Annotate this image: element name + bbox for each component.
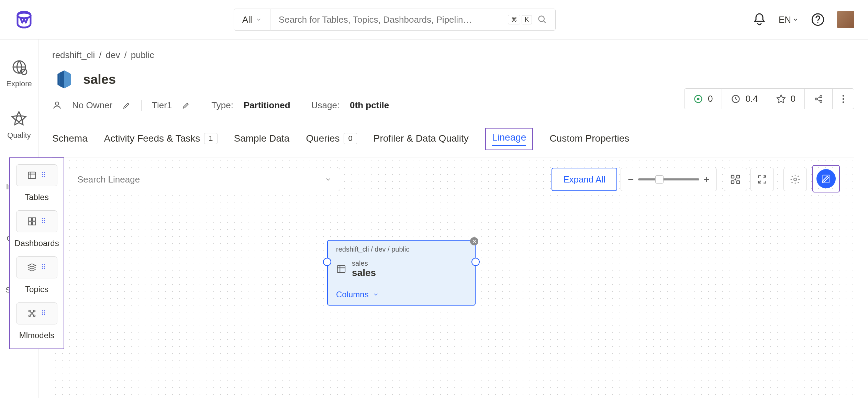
node-breadcrumb: redshift_cli / dev / public bbox=[328, 241, 475, 258]
svg-rect-30 bbox=[737, 175, 739, 178]
svg-point-27 bbox=[33, 315, 35, 317]
lineage-canvas[interactable]: ⠿ Tables ⠿ Dashboards ⠿ Topics ⠿ Mlmodel… bbox=[52, 157, 854, 398]
fullscreen-button[interactable] bbox=[750, 168, 774, 191]
svg-rect-32 bbox=[737, 181, 739, 184]
node-port-left[interactable] bbox=[323, 258, 331, 266]
chevron-down-icon bbox=[373, 291, 379, 298]
svg-rect-20 bbox=[28, 218, 31, 221]
usage-value: 0th pctile bbox=[350, 100, 389, 111]
type-label: Type: bbox=[211, 100, 233, 111]
kbd-cmd: ⌘ bbox=[508, 15, 520, 24]
node-columns-toggle[interactable]: Columns bbox=[328, 284, 475, 305]
svg-point-6 bbox=[16, 116, 22, 121]
lineage-search[interactable] bbox=[69, 168, 340, 191]
user-avatar[interactable] bbox=[837, 11, 854, 28]
share-button[interactable] bbox=[805, 88, 833, 109]
breadcrumb-item[interactable]: redshift_cli bbox=[52, 50, 95, 60]
svg-point-16 bbox=[843, 98, 844, 100]
edit-lineage-button[interactable] bbox=[812, 165, 840, 192]
breadcrumb-item[interactable]: dev bbox=[106, 50, 120, 60]
svg-rect-22 bbox=[28, 222, 31, 225]
tabs: Schema Activity Feeds & Tasks1 Sample Da… bbox=[52, 128, 854, 150]
drag-handle-icon: ⠿ bbox=[41, 217, 47, 225]
svg-point-5 bbox=[21, 69, 27, 75]
help-icon[interactable] bbox=[811, 13, 825, 26]
svg-point-34 bbox=[794, 178, 797, 181]
svg-point-26 bbox=[29, 315, 30, 317]
svg-rect-23 bbox=[32, 222, 35, 225]
svg-point-25 bbox=[33, 310, 35, 312]
tab-queries[interactable]: Queries0 bbox=[306, 133, 357, 145]
app-logo[interactable] bbox=[14, 9, 34, 30]
filter-label: All bbox=[242, 14, 252, 25]
pencil-icon bbox=[821, 174, 831, 184]
svg-rect-36 bbox=[337, 266, 345, 273]
tab-custom-properties[interactable]: Custom Properties bbox=[549, 133, 629, 145]
settings-button[interactable] bbox=[783, 168, 807, 191]
rail-quality[interactable]: Quality bbox=[7, 110, 31, 140]
lineage-node[interactable]: ✕ redshift_cli / dev / public sales sale… bbox=[327, 240, 476, 306]
svg-point-24 bbox=[29, 310, 30, 312]
edit-tier-icon[interactable] bbox=[182, 101, 190, 109]
search-icon bbox=[537, 15, 547, 24]
tab-lineage[interactable]: Lineage bbox=[485, 128, 533, 150]
tier-label: Tier1 bbox=[152, 100, 172, 111]
stat-stars[interactable]: 0 bbox=[767, 88, 805, 109]
svg-point-10 bbox=[697, 98, 699, 100]
svg-point-0 bbox=[18, 13, 31, 18]
drag-handle-icon: ⠿ bbox=[41, 309, 47, 318]
node-title: sales bbox=[352, 267, 376, 278]
svg-rect-21 bbox=[32, 218, 35, 221]
table-icon bbox=[336, 264, 346, 274]
svg-point-1 bbox=[538, 16, 544, 22]
usage-label: Usage: bbox=[311, 100, 340, 111]
zoom-in-icon[interactable]: + bbox=[703, 174, 710, 185]
svg-point-33 bbox=[734, 178, 736, 180]
expand-all-button[interactable]: Expand All bbox=[552, 168, 617, 191]
user-icon bbox=[52, 100, 62, 110]
zoom-slider[interactable]: − + bbox=[621, 168, 717, 191]
redshift-icon bbox=[52, 67, 76, 91]
zoom-handle[interactable] bbox=[655, 175, 664, 184]
search-filter-dropdown[interactable]: All bbox=[234, 9, 270, 31]
more-button[interactable] bbox=[833, 88, 854, 109]
svg-rect-31 bbox=[731, 181, 734, 184]
chevron-down-icon bbox=[325, 176, 332, 183]
svg-point-15 bbox=[843, 95, 844, 97]
type-value: Partitioned bbox=[244, 100, 290, 111]
lineage-search-input[interactable] bbox=[77, 174, 325, 185]
close-node-icon[interactable]: ✕ bbox=[470, 237, 478, 245]
notifications-icon[interactable] bbox=[753, 13, 766, 26]
node-port-right[interactable] bbox=[471, 258, 480, 266]
svg-rect-35 bbox=[823, 175, 830, 183]
node-subtitle: sales bbox=[352, 259, 376, 267]
palette-mlmodels[interactable]: ⠿ bbox=[16, 302, 57, 324]
entity-palette: ⠿ Tables ⠿ Dashboards ⠿ Topics ⠿ Mlmodel… bbox=[9, 157, 64, 349]
entity-title: sales bbox=[83, 72, 116, 87]
svg-rect-19 bbox=[28, 172, 35, 179]
palette-tables[interactable]: ⠿ bbox=[16, 164, 57, 186]
kbd-k: K bbox=[522, 15, 532, 24]
stat-issues[interactable]: 0 bbox=[684, 88, 722, 109]
tab-sample-data[interactable]: Sample Data bbox=[234, 133, 290, 145]
owner-label: No Owner bbox=[72, 100, 112, 111]
drag-handle-icon: ⠿ bbox=[41, 171, 47, 179]
edit-owner-icon[interactable] bbox=[123, 101, 131, 109]
tab-profiler[interactable]: Profiler & Data Quality bbox=[374, 133, 469, 145]
search-input[interactable] bbox=[279, 14, 507, 25]
svg-point-3 bbox=[817, 22, 818, 23]
palette-dashboards[interactable]: ⠿ bbox=[16, 210, 57, 232]
global-search[interactable]: ⌘ K bbox=[270, 9, 556, 31]
breadcrumb-item[interactable]: public bbox=[131, 50, 154, 60]
drag-handle-icon: ⠿ bbox=[41, 263, 47, 272]
svg-point-28 bbox=[31, 313, 33, 314]
svg-point-18 bbox=[55, 102, 58, 105]
palette-topics[interactable]: ⠿ bbox=[16, 256, 57, 278]
tab-activity[interactable]: Activity Feeds & Tasks1 bbox=[104, 133, 218, 145]
language-selector[interactable]: EN bbox=[779, 14, 799, 25]
stat-runs[interactable]: 0.4 bbox=[722, 88, 767, 109]
rail-explore[interactable]: Explore bbox=[6, 59, 32, 88]
fit-view-button[interactable] bbox=[724, 168, 747, 191]
zoom-out-icon[interactable]: − bbox=[628, 174, 634, 185]
tab-schema[interactable]: Schema bbox=[52, 133, 88, 145]
